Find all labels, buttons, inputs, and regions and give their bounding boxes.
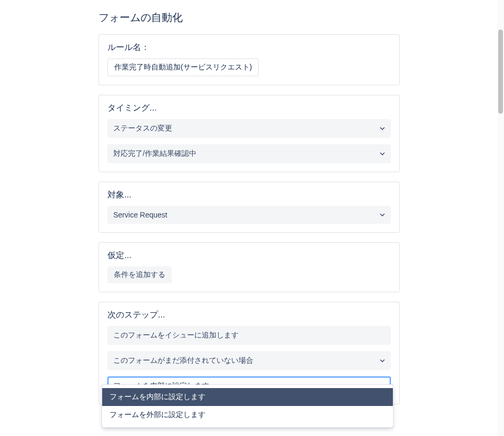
assumption-label: 仮定...	[107, 250, 391, 261]
target-label: 対象...	[107, 190, 391, 201]
timing-status-select[interactable]: 対応完了/作業結果確認中	[107, 144, 391, 163]
timing-trigger-select[interactable]: ステータスの変更	[107, 119, 391, 138]
scrollbar-thumb[interactable]	[498, 29, 503, 114]
dropdown-option-internal[interactable]: フォームを内部に設定します	[102, 388, 393, 406]
timing-label: タイミング...	[107, 103, 391, 114]
target-select[interactable]: Service Request	[107, 206, 391, 224]
next-step-action-label: このフォームをイシューに追加します	[107, 326, 391, 345]
chevron-down-icon	[380, 358, 385, 363]
next-step-label: 次のステップ...	[107, 310, 391, 321]
timing-status-value: 対応完了/作業結果確認中	[113, 149, 196, 158]
dropdown-option-external[interactable]: フォームを外部に設定します	[102, 406, 393, 424]
rule-name-card: ルール名： 作業完了時自動追加(サービスリクエスト)	[98, 34, 400, 85]
target-value: Service Request	[113, 211, 167, 219]
target-card: 対象... Service Request	[98, 182, 400, 233]
scrollbar-track[interactable]	[497, 0, 504, 436]
add-condition-button[interactable]: 条件を追加する	[107, 266, 172, 283]
chevron-down-icon	[380, 151, 385, 156]
timing-trigger-value: ステータスの変更	[113, 124, 172, 133]
next-step-condition-value: このフォームがまだ添付されていない場合	[113, 356, 253, 365]
chevron-down-icon	[380, 212, 385, 217]
page-title: フォームの自動化	[98, 11, 400, 25]
rule-name-input[interactable]: 作業完了時自動追加(サービスリクエスト)	[107, 58, 259, 76]
next-step-condition-select[interactable]: このフォームがまだ添付されていない場合	[107, 351, 391, 370]
timing-card: タイミング... ステータスの変更 対応完了/作業結果確認中	[98, 95, 400, 172]
next-step-action-text: このフォームをイシューに追加します	[113, 331, 239, 340]
rule-name-label: ルール名：	[107, 42, 391, 53]
assumption-card: 仮定... 条件を追加する	[98, 242, 400, 292]
dropdown-popup: フォームを内部に設定します フォームを外部に設定します	[102, 384, 393, 428]
chevron-down-icon	[380, 126, 385, 131]
